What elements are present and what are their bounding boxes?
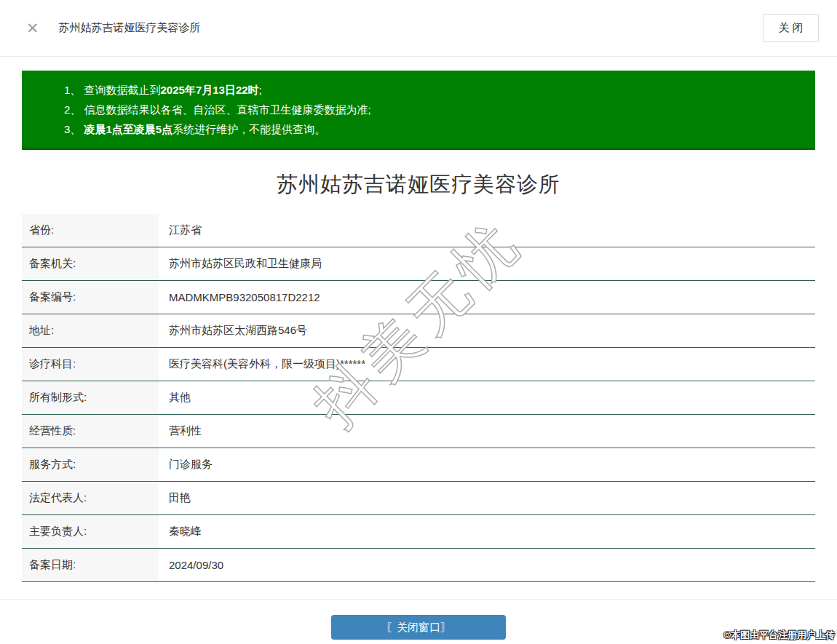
row-label: 主要负责人: bbox=[22, 515, 159, 548]
row-value: 田艳 bbox=[159, 491, 191, 505]
row-value: 苏州市姑苏区太湖西路546号 bbox=[159, 324, 307, 338]
table-row: 备案编号:MADMKMPB932050817D2212 bbox=[22, 281, 815, 314]
notice-item: 2、 信息数据结果以各省、自治区、直辖市卫生健康委数据为准; bbox=[64, 100, 801, 119]
detail-table: 省份:江苏省备案机关:苏州市姑苏区民政和卫生健康局备案编号:MADMKMPB93… bbox=[22, 214, 815, 582]
notice-item: 1、 查询数据截止到2025年7月13日22时; bbox=[64, 80, 801, 100]
close-button[interactable]: 关 闭 bbox=[763, 14, 819, 42]
row-label: 备案编号: bbox=[22, 281, 159, 314]
close-x-icon[interactable]: ✕ bbox=[26, 20, 39, 36]
row-value: 其他 bbox=[159, 391, 191, 405]
row-label: 省份: bbox=[22, 214, 159, 247]
row-label: 诊疗科目: bbox=[22, 348, 159, 381]
table-row: 主要负责人:秦晓峰 bbox=[22, 515, 815, 549]
table-row: 地址:苏州市姑苏区太湖西路546号 bbox=[22, 314, 815, 348]
table-row: 备案日期:2024/09/30 bbox=[22, 549, 815, 582]
row-label: 备案机关: bbox=[22, 247, 159, 280]
row-value: 门诊服务 bbox=[159, 458, 213, 472]
row-label: 经营性质: bbox=[22, 415, 159, 448]
table-row: 经营性质:营利性 bbox=[22, 415, 815, 448]
footer: 〖关闭窗口〗 bbox=[0, 600, 837, 640]
table-row: 所有制形式:其他 bbox=[22, 381, 815, 415]
notice-item: 3、 凌晨1点至凌晨5点系统进行维护，不能提供查询。 bbox=[64, 119, 801, 139]
window-title: 苏州姑苏吉诺娅医疗美容诊所 bbox=[59, 21, 201, 35]
table-row: 服务方式:门诊服务 bbox=[22, 448, 815, 482]
table-row: 法定代表人:田艳 bbox=[22, 482, 815, 515]
row-label: 备案日期: bbox=[22, 549, 159, 581]
row-value: MADMKMPB932050817D2212 bbox=[159, 291, 320, 303]
top-bar: ✕ 苏州姑苏吉诺娅医疗美容诊所 关 闭 bbox=[0, 0, 837, 57]
row-label: 法定代表人: bbox=[22, 482, 159, 514]
close-window-button[interactable]: 〖关闭窗口〗 bbox=[331, 615, 506, 640]
table-row: 备案机关:苏州市姑苏区民政和卫生健康局 bbox=[22, 247, 815, 281]
clinic-title: 苏州姑苏吉诺娅医疗美容诊所 bbox=[0, 170, 837, 199]
row-value: 2024/09/30 bbox=[159, 559, 223, 571]
notice-box: 1、 查询数据截止到2025年7月13日22时;2、 信息数据结果以各省、自治区… bbox=[22, 71, 815, 150]
row-label: 所有制形式: bbox=[22, 381, 159, 414]
table-row: 诊疗科目:医疗美容科(美容外科，限一级项目)****** bbox=[22, 348, 815, 381]
row-value: 苏州市姑苏区民政和卫生健康局 bbox=[159, 257, 322, 271]
table-row: 省份:江苏省 bbox=[22, 214, 815, 247]
row-label: 服务方式: bbox=[22, 448, 159, 481]
row-value: 江苏省 bbox=[159, 223, 202, 237]
row-label: 地址: bbox=[22, 314, 159, 347]
row-value: 营利性 bbox=[159, 424, 202, 438]
row-value: 医疗美容科(美容外科，限一级项目)****** bbox=[159, 357, 365, 371]
row-value: 秦晓峰 bbox=[159, 525, 202, 538]
